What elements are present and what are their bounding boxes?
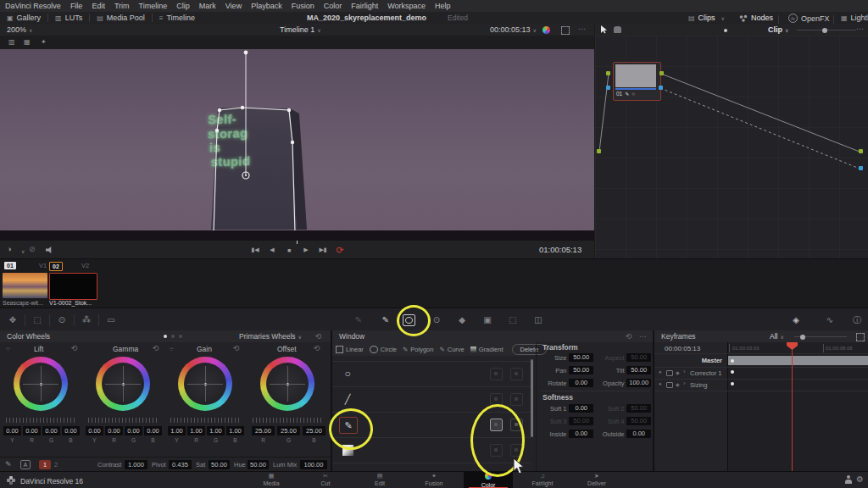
nodes-button[interactable]: Nodes [739,14,773,22]
qualifier-picker-icon[interactable]: ✎ [376,315,395,324]
gradient-window-mask-toggle[interactable] [490,444,503,457]
go-to-end-button[interactable]: ▶▮ [316,244,330,256]
menu-clip[interactable]: Clip [176,2,190,10]
menu-edit[interactable]: Edit [92,2,105,10]
contrast-value[interactable]: 1.000 [125,460,147,469]
page-tab-cut[interactable]: ✂ Cut [301,472,350,488]
corrector1-expand-icon[interactable]: › [683,368,686,375]
polygon-shape-button[interactable]: ✎ Polygon [403,346,433,353]
gamma-wheel[interactable] [96,357,150,411]
curve-window-mask-toggle-active[interactable] [490,419,503,431]
lift-master-slider[interactable] [6,418,77,423]
media-pool-button[interactable]: ▤ Media Pool [97,14,145,22]
node-view-dot-icon[interactable] [724,29,727,32]
inside-value[interactable]: 0.00 [569,430,593,438]
pan-hand-icon[interactable] [614,26,621,33]
menu-workspace[interactable]: Workspace [387,2,426,10]
lift-b-value[interactable]: 0.00 [62,426,80,435]
offset-r-value[interactable]: 25.00 [252,426,275,435]
track-sizing-label[interactable]: Sizing [690,381,707,389]
hue-value[interactable]: 50.00 [248,460,269,469]
line-window-mask-toggle[interactable] [490,393,503,406]
tracker-point-icon[interactable]: ⊙ [53,315,71,324]
pointer-tool-icon[interactable] [600,25,608,34]
master-keyframe-dot[interactable] [731,359,734,363]
sizing-keyframe-icon[interactable]: ◆ [676,381,680,387]
corrector1-lock-icon[interactable] [666,370,673,376]
image-wipe-icon[interactable]: ▥ [8,38,15,46]
window-reset-icon[interactable]: ⟲ [626,332,632,341]
grade-bypass-icon[interactable] [542,26,550,34]
auto-balance-badge[interactable]: A [20,460,31,469]
gain-master-slider[interactable] [170,418,242,423]
gain-y-value[interactable]: 1.00 [168,426,186,435]
tracker-tool-icon[interactable]: ⊙ [427,315,446,324]
size-value[interactable]: 50.00 [569,353,593,362]
corrector1-keyframe-dot[interactable] [731,370,734,374]
gamma-reset-icon[interactable]: ⟲ [153,344,159,352]
window-list-scrollbar[interactable] [531,359,533,437]
menu-fairlight[interactable]: Fairlight [351,2,378,10]
graph-rgb-output[interactable] [859,149,863,153]
go-to-start-button[interactable]: ▮◀ [248,244,262,256]
grade-icon[interactable]: ◑ [7,245,11,253]
menu-app[interactable]: DaVinci Resolve [5,2,61,10]
palette-page-dots[interactable] [164,335,182,338]
line-window-invert-toggle[interactable] [510,393,523,406]
node-zoom-slider-handle[interactable] [822,28,827,33]
key-tool-icon[interactable]: ▣ [478,315,497,324]
lift-y-value[interactable]: 0.00 [3,426,21,435]
keyframes-playhead-line[interactable] [792,342,793,471]
lift-r-value[interactable]: 0.00 [23,426,41,435]
lift-g-value[interactable]: 0.00 [42,426,60,435]
sizing-lock-icon[interactable] [666,382,673,388]
color-wheels-tool-icon[interactable]: ✥ [3,315,22,324]
clip2-thumbnail[interactable] [49,273,97,300]
node-key-output[interactable] [659,86,663,90]
curve-shape-button[interactable]: ✎ Curve [439,346,464,353]
gamma-g-value[interactable]: 0.00 [125,426,142,435]
window-row-curve-selected[interactable]: ✎ [332,412,531,438]
graph-key-output[interactable] [859,166,863,170]
menu-playback[interactable]: Playback [251,2,282,10]
offset-g-value[interactable]: 25.00 [277,426,300,435]
loop-button[interactable]: ⟳ [333,244,347,256]
sizing-enable-icon[interactable]: ● [659,381,662,386]
offset-wheel[interactable] [260,357,314,411]
gain-mode-icon[interactable]: ⁘ [169,346,175,353]
lift-mode-icon[interactable]: ⁘ [5,346,11,353]
wheels-reset-icon[interactable]: ⟲ [315,332,322,341]
menu-timeline[interactable]: Timeline [139,2,168,10]
clips-button[interactable]: ▤ Clips ∨ [688,14,725,22]
keyframes-playhead-marker[interactable] [787,342,798,350]
page-tab-media[interactable]: ▦ Media [247,472,296,488]
corrector1-keyframe-icon[interactable]: ◆ [676,369,680,375]
viewer-zoom-select[interactable]: 200% ∨ [7,25,32,34]
keyframes-filter-select[interactable]: All ∨ [770,332,784,341]
sat-value[interactable]: 50.00 [209,460,230,469]
picker-off-icon[interactable]: ✎ [349,315,368,324]
gamma-b-value[interactable]: 0.00 [144,426,162,435]
tilt-value[interactable]: 50.00 [626,366,651,374]
window-row-linear[interactable]: ╱ [332,386,531,413]
audio-mute-icon[interactable] [46,247,53,253]
circle-window-invert-toggle[interactable] [510,368,523,380]
page-tab-edit[interactable]: ▤ Edit [355,472,404,488]
corrector-node[interactable]: 01 ✎ ○ [613,62,661,101]
gallery-button[interactable]: ▣ Gallery [7,14,41,22]
keyframes-zoom-handle[interactable] [800,335,805,340]
viewer-timeline-select[interactable]: Timeline 1 ∨ [280,25,321,34]
lift-reset-icon[interactable]: ⟲ [71,344,78,352]
viewer-image[interactable]: Self- storag is stupid [0,49,594,230]
node-options-icon[interactable]: ⋯ [856,25,864,33]
node-graph[interactable]: 01 ✎ ○ [595,36,868,258]
linear-shape-button[interactable]: Linear [336,346,364,353]
expand-viewer-icon[interactable] [561,26,570,35]
gain-g-value[interactable]: 1.00 [207,426,225,435]
pan-value[interactable]: 50.00 [569,366,593,374]
gamma-y-value[interactable]: 0.00 [86,426,103,435]
scopes-icon[interactable]: ∿ [821,315,839,324]
track-corrector1-label[interactable]: Corrector 1 [690,369,722,377]
sizing-keyframe-dot[interactable] [731,382,734,385]
source-input[interactable] [597,149,601,153]
